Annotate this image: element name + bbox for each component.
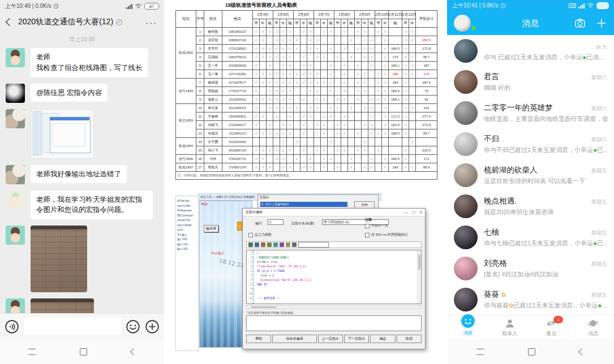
- chat-list-item[interactable]: 晚点相遇.星期五我是2020单招生张晨咨询: [447, 190, 614, 222]
- tree-item[interactable]: img in Model: [177, 223, 197, 228]
- att-cell: [341, 155, 348, 163]
- contact-avatar[interactable]: [454, 39, 478, 63]
- menu-icon[interactable]: [476, 349, 484, 355]
- tree-item[interactable]: 输出 U03: [177, 247, 197, 252]
- contact-avatar[interactable]: [454, 194, 478, 218]
- copy-icon[interactable]: [255, 242, 259, 247]
- avatar[interactable]: [6, 84, 25, 103]
- chat-list-item[interactable]: 葵葵 ✿星期五你与葵葵✿已超过1天未互发消息，小幸运♣…: [447, 284, 614, 315]
- minimize-icon[interactable]: —: [404, 210, 408, 215]
- home-icon[interactable]: [528, 348, 535, 356]
- chat-list-item[interactable]: 昨天你与 已超过1天未互发消息，小幸运♣已消…: [447, 35, 614, 66]
- macro-list-selected-row[interactable]: 0 - 学习 上电循环执行: [260, 202, 347, 207]
- voice-icon[interactable]: [5, 319, 19, 334]
- avatar[interactable]: [6, 298, 25, 314]
- undo-icon[interactable]: [267, 242, 272, 247]
- more-menu-icon[interactable]: ···: [145, 18, 157, 27]
- code-editor[interactable]: 1|2'切换到学习画面(画面1)3ScrSW = true4!TimerRun(…: [246, 250, 422, 304]
- emoji-icon[interactable]: [126, 319, 140, 334]
- att-cell: [321, 138, 328, 146]
- toolbar-search-input[interactable]: [298, 242, 329, 248]
- att-total: 171: [416, 155, 437, 163]
- tree-item[interactable]: dll Nav fan: [177, 199, 197, 204]
- tree-item[interactable]: 平台输入: [177, 233, 197, 238]
- tree-item[interactable]: DB Connector: [177, 214, 197, 219]
- tab-联系人[interactable]: 联系人: [489, 315, 531, 339]
- editor-vscrollbar[interactable]: [417, 250, 421, 304]
- tree-item[interactable]: error In Win: [177, 204, 197, 209]
- contact-avatar[interactable]: [454, 226, 478, 249]
- dialog-button-6[interactable]: 取消: [397, 335, 422, 343]
- interval-checkbox[interactable]: 按 500 ms 时间间隔执行: [365, 232, 408, 237]
- contact-avatar[interactable]: [454, 70, 478, 94]
- contact-avatar[interactable]: [454, 163, 478, 187]
- dialog-button-5[interactable]: 确定: [370, 335, 395, 343]
- add-icon[interactable]: [596, 18, 607, 29]
- att-name: 冷怀: [204, 155, 222, 163]
- my-avatar[interactable]: [454, 15, 471, 32]
- cut-icon[interactable]: [248, 242, 253, 247]
- code-text: step = 2: [254, 273, 274, 278]
- avatar[interactable]: [6, 165, 25, 184]
- att-cell: √: [280, 96, 287, 104]
- check-icon[interactable]: [286, 242, 290, 247]
- macro-no-input[interactable]: [268, 219, 284, 225]
- back-nav-icon[interactable]: [130, 348, 138, 356]
- chat-list-item[interactable]: 君言星期六哦哦 好的: [447, 66, 614, 97]
- tree-item[interactable]: 窗口 P01: [177, 237, 197, 242]
- chat-list-item[interactable]: 刘亮格星期五[签名] #武汉加油#武汉加油: [447, 253, 614, 284]
- camera-icon[interactable]: [574, 18, 586, 29]
- dialog-button-3[interactable]: 上一宏指令: [318, 335, 343, 343]
- chat-list-item[interactable]: 七柚星期五你与七柚已超过1天未互发消息，小幸运♣已…: [447, 222, 614, 253]
- contact-avatar[interactable]: [454, 132, 478, 156]
- tab-看点[interactable]: 看点1: [531, 315, 573, 339]
- avatar[interactable]: [6, 226, 25, 245]
- dialog-button-2[interactable]: 保存并编译: [272, 335, 316, 343]
- att-cell: √: [348, 53, 355, 62]
- project-tree[interactable]: dll Nav fanerror In WinIE ResponseDB Con…: [175, 196, 199, 351]
- dialog-button-4[interactable]: 下一宏指令: [344, 335, 369, 343]
- run-once-checkbox[interactable]: 只执行一次: [365, 223, 388, 228]
- editor-hscrollbar[interactable]: [246, 305, 422, 309]
- tab-消息[interactable]: 消息: [447, 315, 489, 339]
- att-header-row: 组别序号姓名电话2月4日2月5日2月6日2月7日2月8日2月9日2月10日2月1…: [176, 11, 437, 19]
- help-icon[interactable]: [292, 242, 297, 247]
- description-textarea[interactable]: [246, 315, 422, 331]
- chat-list-item[interactable]: 二零零一年的英雄梦星期六地铁里面，主要是面向地铁里面行车调度，值…: [447, 97, 614, 128]
- att-subheader: 早: [314, 19, 321, 28]
- chat-list-item[interactable]: 不归星期六你与不归已超过1天未互发消息，小幸运♣已…: [447, 128, 614, 159]
- contact-avatar[interactable]: [454, 101, 478, 125]
- tree-item[interactable]: a top: [177, 228, 197, 233]
- tree-item[interactable]: moved Tool: [177, 218, 197, 223]
- message-input[interactable]: [24, 318, 121, 335]
- back-nav-icon[interactable]: [578, 348, 586, 356]
- avatar[interactable]: [6, 109, 25, 128]
- plus-icon[interactable]: [145, 319, 160, 334]
- att-row: 15钱小飞18109967214√√√√√√√√√√√√√√√215.6: [176, 146, 437, 155]
- dialog-button-1[interactable]: 帮助: [246, 335, 271, 343]
- maximize-icon[interactable]: ▢: [411, 210, 415, 215]
- tab-动态[interactable]: 动态: [572, 315, 614, 339]
- define-function-checkbox[interactable]: 定义为函数: [248, 232, 272, 237]
- att-row: 8阳晓丽17760377713√√√√√√√√√√√√√186.5√79: [176, 87, 437, 96]
- message-image[interactable]: [31, 109, 94, 159]
- redo-icon[interactable]: [273, 242, 278, 247]
- tree-item[interactable]: 输出 U02: [177, 242, 197, 248]
- home-icon[interactable]: [80, 348, 87, 356]
- contact-avatar[interactable]: [454, 257, 478, 280]
- close-icon[interactable]: ✕: [419, 210, 422, 215]
- menu-icon[interactable]: [28, 349, 36, 355]
- touchscreen-button[interactable]: 触摸屏: [204, 225, 218, 232]
- paste-icon[interactable]: [261, 242, 265, 247]
- avatar[interactable]: [6, 48, 25, 67]
- back-icon[interactable]: [6, 18, 14, 26]
- contact-avatar[interactable]: [454, 288, 478, 311]
- att-cell: √: [260, 163, 267, 172]
- tree-item[interactable]: IE Response: [177, 209, 197, 214]
- find-icon[interactable]: [280, 242, 284, 247]
- avatar[interactable]: [6, 190, 25, 210]
- message-image[interactable]: [31, 226, 87, 292]
- att-cell: √: [300, 79, 307, 87]
- message-image[interactable]: [31, 298, 94, 314]
- chat-list-item[interactable]: 梳碧湖的砍柴人星期五这是目前安排的时间表 可以先看一下: [447, 159, 614, 190]
